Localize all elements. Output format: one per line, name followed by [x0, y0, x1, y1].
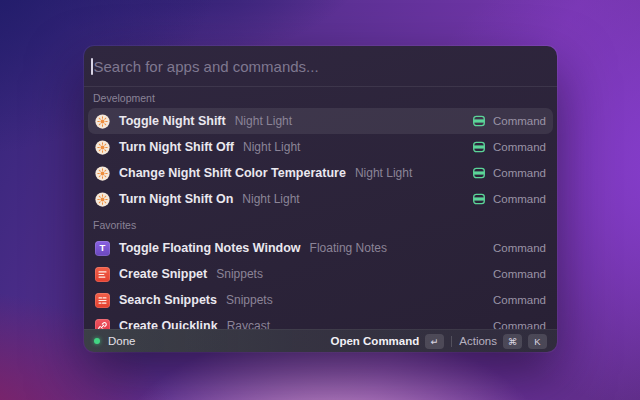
item-title: Create Quicklink: [119, 319, 218, 329]
footer-divider: [451, 336, 452, 347]
item-type: Command: [493, 320, 546, 329]
list-item-search-snippets[interactable]: Search Snippets Snippets Command: [88, 287, 553, 313]
item-type: Command: [493, 294, 546, 306]
item-title: Turn Night Shift Off: [119, 140, 234, 154]
menubar-command-icon: [472, 140, 486, 154]
item-type: Command: [493, 268, 546, 280]
menubar-command-icon: [472, 114, 486, 128]
item-title: Change Night Shift Color Temperature: [119, 166, 346, 180]
item-title: Toggle Floating Notes Window: [119, 241, 301, 255]
command-keycap: ⌘: [503, 334, 522, 349]
quicklink-icon: [95, 319, 110, 330]
item-title: Turn Night Shift On: [119, 192, 233, 206]
night-light-icon: [95, 114, 110, 129]
item-subtitle: Raycast: [227, 319, 270, 329]
item-subtitle: Night Light: [235, 114, 292, 128]
item-subtitle: Snippets: [226, 293, 273, 307]
snippets-icon: [95, 267, 110, 282]
night-light-icon: [95, 192, 110, 207]
open-command-button[interactable]: Open Command ↵: [330, 334, 444, 349]
item-subtitle: Night Light: [243, 140, 300, 154]
search-bar: [84, 46, 557, 87]
item-title: Create Snippet: [119, 267, 207, 281]
menubar-command-icon: [472, 192, 486, 206]
item-type: Command: [493, 167, 546, 179]
item-type: Command: [493, 242, 546, 254]
section-header-favorites: Favorites: [88, 212, 553, 235]
open-command-label: Open Command: [330, 335, 419, 347]
night-light-icon: [95, 140, 110, 155]
footer-actions: Open Command ↵ Actions ⌘ K: [330, 334, 547, 349]
floating-notes-glyph: T: [95, 241, 110, 256]
item-type: Command: [493, 193, 546, 205]
status-dot-icon: [94, 338, 100, 344]
actions-button[interactable]: Actions ⌘ K: [459, 334, 547, 349]
item-type: Command: [493, 115, 546, 127]
item-title: Search Snippets: [119, 293, 217, 307]
launcher-window: Development Toggle Night Shift Night Lig…: [84, 46, 557, 352]
status-label: Done: [108, 335, 136, 347]
item-title: Toggle Night Shift: [119, 114, 226, 128]
results-list: Development Toggle Night Shift Night Lig…: [84, 87, 557, 329]
list-item-create-quicklink[interactable]: Create Quicklink Raycast Command: [88, 313, 553, 329]
list-item-create-snippet[interactable]: Create Snippet Snippets Command: [88, 261, 553, 287]
item-type: Command: [493, 141, 546, 153]
floating-notes-icon: T: [95, 241, 110, 256]
return-keycap: ↵: [425, 334, 444, 349]
item-subtitle: Night Light: [355, 166, 412, 180]
menubar-command-icon: [472, 166, 486, 180]
text-caret: [91, 58, 93, 75]
actions-label: Actions: [459, 335, 497, 347]
list-item-change-night-shift-color-temperature[interactable]: Change Night Shift Color Temperature Nig…: [88, 160, 553, 186]
section-header-development: Development: [88, 87, 553, 108]
snippets-icon: [95, 293, 110, 308]
list-item-toggle-night-shift[interactable]: Toggle Night Shift Night Light Command: [88, 108, 553, 134]
item-subtitle: Floating Notes: [310, 241, 387, 255]
list-item-turn-night-shift-on[interactable]: Turn Night Shift On Night Light Command: [88, 186, 553, 212]
list-item-turn-night-shift-off[interactable]: Turn Night Shift Off Night Light Command: [88, 134, 553, 160]
k-keycap: K: [528, 334, 547, 349]
status-bar: Done Open Command ↵ Actions ⌘ K: [84, 329, 557, 352]
search-input[interactable]: [94, 58, 551, 75]
item-subtitle: Night Light: [242, 192, 299, 206]
night-light-icon: [95, 166, 110, 181]
item-subtitle: Snippets: [216, 267, 263, 281]
list-item-toggle-floating-notes-window[interactable]: T Toggle Floating Notes Window Floating …: [88, 235, 553, 261]
desktop-background: Development Toggle Night Shift Night Lig…: [0, 0, 640, 400]
